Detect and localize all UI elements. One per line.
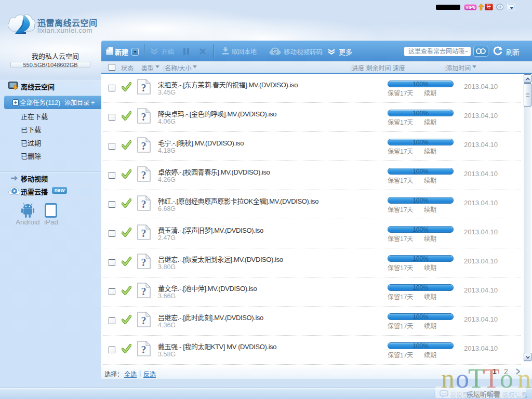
svg-text:?: ? xyxy=(141,169,147,181)
svg-text:?: ? xyxy=(141,344,147,355)
svg-text:?: ? xyxy=(141,286,147,297)
svg-text:?: ? xyxy=(141,315,147,326)
svg-text:?: ? xyxy=(141,82,147,94)
svg-text:?: ? xyxy=(141,228,147,239)
svg-text:?: ? xyxy=(141,111,147,123)
svg-text:?: ? xyxy=(141,257,147,268)
svg-text:?: ? xyxy=(141,140,147,152)
svg-text:?: ? xyxy=(141,198,147,210)
